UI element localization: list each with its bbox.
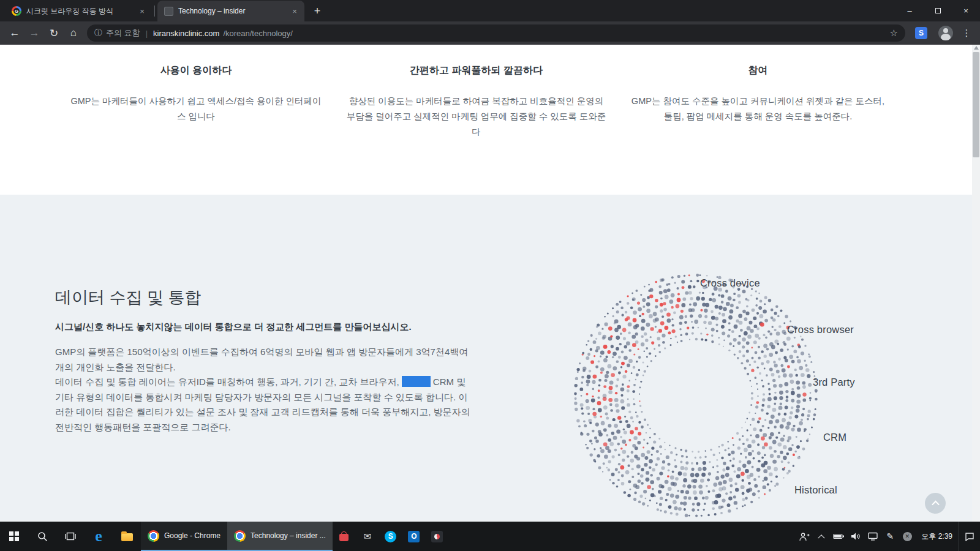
new-tab-button[interactable]: + [309,3,325,19]
task-view-icon [65,531,76,541]
feature-engagement: 참여 GMP는 참여도 수준을 높이고 커뮤니케이션 위젯과 같은 토스터, 툴… [628,64,888,140]
skype-taskbar-button[interactable]: S [379,522,402,551]
show-hidden-icons-button[interactable] [813,522,830,551]
selected-text-highlight [402,376,431,387]
taskbar-task-technology[interactable]: Technology – insider ... [227,522,333,551]
skype-icon: S [385,531,396,542]
section-text-block: 데이터 수집 및 통합 시그널/신호 하나도 놓치지않는 데이터 통합으로 더 … [55,287,470,435]
x-circle-icon: ✕ [903,532,912,541]
page-viewport: 사용이 용이하다 GMP는 마케터들이 사용하기 쉽고 엑세스/접속 용이한 인… [0,45,980,522]
data-integration-diagram: Cross device Cross browser 3rd Party CRM… [549,249,892,522]
outlook-taskbar-button[interactable]: O [402,522,426,551]
diagram-label-cross-device: Cross device [700,277,760,289]
folder-icon [121,533,133,541]
battery-icon [833,533,845,539]
people-tray-button[interactable] [796,522,813,551]
close-window-button[interactable]: × [952,0,980,21]
page-scrollbar[interactable] [972,45,980,522]
task-label: Technology – insider ... [251,531,326,540]
eject-tray-button[interactable]: ✕ [899,522,916,551]
search-icon [37,531,48,542]
people-icon [799,532,810,541]
network-tray-button[interactable] [864,522,881,551]
feature-title: 간편하고 파워풀하되 깔끔하다 [346,64,606,77]
diagram-label-crm: CRM [823,432,846,443]
outlook-icon: O [408,531,420,542]
pen-tray-button[interactable]: ✎ [881,522,899,551]
taskbar-task-chrome[interactable]: Google - Chrome [141,522,227,551]
url-separator: | [144,29,149,38]
minimize-button[interactable]: – [895,0,924,21]
forward-button[interactable]: → [24,23,44,43]
volume-tray-button[interactable] [847,522,864,551]
scroll-to-top-button[interactable] [925,493,946,514]
app-icon [431,531,443,542]
tab-title: Technology – insider [178,7,285,15]
section-subtitle: 시그널/신호 하나도 놓치지않는 데이터 통합으로 더 정교한 세그먼트를 만들… [55,321,470,333]
mail-icon: ✉ [364,531,372,542]
tab-close-icon[interactable]: × [290,6,300,16]
section-paragraph-2: 데이터 수집 및 통합 레이어는 유저ID를 매칭하여 행동, 과거, 기기 간… [55,375,470,435]
url-path: /korean/technology/ [223,29,292,38]
maximize-button[interactable] [924,0,952,21]
data-integration-section: 데이터 수집 및 통합 시그널/신호 하나도 놓치지않는 데이터 통합으로 더 … [0,195,980,522]
pen-icon: ✎ [886,531,894,541]
edge-taskbar-button[interactable]: e [85,522,113,551]
system-tray: ✎ ✕ 오후 2:39 [796,522,980,551]
tab-close-icon[interactable]: × [137,6,147,16]
scrollbar-thumb[interactable] [973,52,979,157]
task-view-button[interactable] [56,522,85,551]
extension-s-icon[interactable]: S [915,27,927,39]
diagram-label-3rd-party: 3rd Party [813,377,855,388]
google-favicon-icon: G [12,6,21,16]
scrollbar-up-arrow-icon[interactable] [974,46,979,50]
bookmark-star-icon[interactable]: ☆ [890,28,898,39]
windows-logo-icon [9,531,19,541]
back-button[interactable]: ← [5,23,24,43]
chevron-up-icon [818,534,825,541]
start-button[interactable] [0,522,28,551]
feature-body: GMP는 마케터들이 사용하기 쉽고 엑세스/접속 용이한 인터페이스 입니다 [67,94,325,124]
chevron-up-icon [932,500,940,508]
desktop-screen: G 시크릿 브라우징 작동 방식 × Technology – insider … [0,0,980,551]
feature-title: 사용이 용이하다 [67,64,325,77]
windows-taskbar: e Google - Chrome Technology – insider .… [0,522,980,551]
edge-icon: e [95,528,102,544]
tab-secret-browsing[interactable]: G 시크릿 브라우징 작동 방식 × [5,1,152,21]
tab-strip: G 시크릿 브라우징 작동 방식 × Technology – insider … [0,0,980,21]
volume-icon [851,532,861,541]
diagram-label-historical: Historical [794,484,837,496]
task-label: Google - Chrome [164,531,221,540]
site-info-icon[interactable]: ⓘ [94,28,102,39]
tab-technology-insider[interactable]: Technology – insider × [157,1,304,21]
notification-icon [965,532,974,541]
chrome-icon [234,530,246,542]
notification-center-button[interactable] [958,522,980,551]
taskbar-search-button[interactable] [28,522,56,551]
file-explorer-button[interactable] [113,522,141,551]
network-icon [868,532,878,541]
battery-tray-button[interactable] [830,522,847,551]
store-taskbar-button[interactable] [333,522,356,551]
chrome-icon [148,530,159,542]
dot-ring-graphic [549,249,843,522]
taskbar-clock[interactable]: 오후 2:39 [916,531,958,542]
section-paragraph-1: GMP의 플랫폼은 150억이상의 이벤트를 수집하여 6억명의 모바일 웹과 … [55,345,470,375]
window-controls: – × [895,0,980,21]
reload-button[interactable]: ↻ [44,23,64,43]
security-warning-text: 주의 요함 [106,28,140,39]
address-bar[interactable]: ⓘ 주의 요함 | kiranskinclinic.com /korean/te… [87,24,905,42]
section-title: 데이터 수집 및 통합 [55,287,470,309]
mail-taskbar-button[interactable]: ✉ [356,522,379,551]
diagram-label-cross-browser: Cross browser [787,324,854,335]
tab-title: 시크릿 브라우징 작동 방식 [26,6,132,17]
insider-favicon-icon [164,7,173,16]
profile-avatar-icon[interactable] [938,26,953,40]
browser-menu-icon[interactable]: ⋮ [958,28,975,39]
shopping-bag-icon [339,534,349,541]
app-taskbar-button[interactable] [426,522,449,551]
home-button[interactable]: ⌂ [64,23,83,43]
feature-ease-of-use: 사용이 용이하다 GMP는 마케터들이 사용하기 쉽고 엑세스/접속 용이한 인… [67,64,325,140]
feature-simple-powerful: 간편하고 파워풀하되 깔끔하다 향상된 이용도는 마케터들로 하여금 복잡하고 … [346,64,606,140]
browser-toolbar: ← → ↻ ⌂ ⓘ 주의 요함 | kiranskinclinic.com /k… [0,21,980,45]
